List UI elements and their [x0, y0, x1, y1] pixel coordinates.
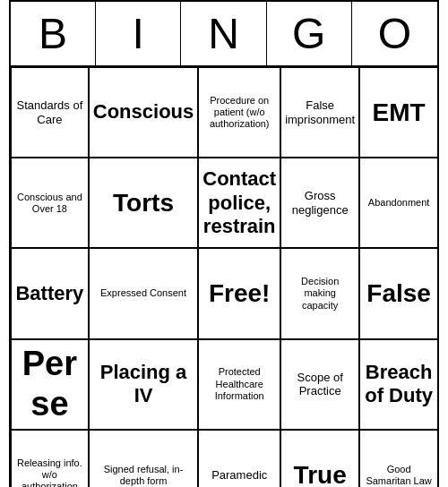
bingo-cell-2[interactable]: Procedure on patient (w/o authorization) — [198, 67, 280, 158]
cell-text-24: Good Samaritan Law — [364, 464, 434, 487]
bingo-cell-4[interactable]: EMT — [359, 67, 437, 158]
bingo-cell-21[interactable]: Signed refusal, in-depth form — [89, 430, 198, 487]
cell-text-5: Conscious and Over 18 — [15, 192, 84, 215]
bingo-cell-18[interactable]: Scope of Practice — [280, 339, 359, 430]
cell-text-11: Expressed Consent — [100, 287, 186, 299]
cell-text-4: EMT — [373, 98, 426, 128]
bingo-cell-16[interactable]: Placing a IV — [89, 339, 198, 430]
cell-text-13: Decision making capacity — [285, 276, 355, 312]
cell-text-20: Releasing info. w/o authorization — [15, 457, 84, 487]
bingo-letter-i: I — [96, 2, 181, 65]
cell-text-0: Standards of Care — [15, 98, 84, 126]
bingo-cell-15[interactable]: Per se — [11, 339, 89, 430]
cell-text-9: Abandonment — [368, 197, 430, 209]
cell-text-16: Placing a IV — [93, 361, 194, 408]
bingo-cell-13[interactable]: Decision making capacity — [280, 248, 359, 338]
cell-text-6: Torts — [113, 188, 174, 218]
cell-text-23: True — [294, 460, 347, 487]
cell-text-19: Breach of Duty — [364, 361, 434, 408]
cell-text-18: Scope of Practice — [285, 371, 355, 398]
cell-text-7: Contact police, restrain — [202, 167, 276, 238]
cell-text-21: Signed refusal, in-depth form — [93, 464, 194, 487]
bingo-cell-9[interactable]: Abandonment — [359, 158, 437, 248]
bingo-card: BINGO Standards of CareConsciousProcedur… — [9, 0, 439, 487]
bingo-cell-12[interactable]: Free! — [198, 248, 280, 338]
bingo-cell-5[interactable]: Conscious and Over 18 — [11, 158, 89, 248]
bingo-letter-n: N — [181, 2, 266, 65]
bingo-cell-8[interactable]: Gross negligence — [280, 158, 359, 248]
bingo-cell-24[interactable]: Good Samaritan Law — [359, 430, 437, 487]
cell-text-15: Per se — [15, 344, 84, 425]
bingo-cell-6[interactable]: Torts — [89, 158, 198, 248]
cell-text-2: Procedure on patient (w/o authorization) — [202, 95, 276, 131]
bingo-letter-o: O — [352, 2, 437, 65]
cell-text-12: Free! — [209, 278, 270, 309]
cell-text-22: Paramedic — [211, 468, 267, 483]
bingo-header: BINGO — [11, 2, 437, 67]
cell-text-10: Battery — [15, 282, 83, 305]
bingo-cell-1[interactable]: Conscious — [89, 67, 198, 158]
bingo-cell-22[interactable]: Paramedic — [198, 430, 280, 487]
bingo-cell-7[interactable]: Contact police, restrain — [198, 158, 280, 248]
cell-text-17: Protected Healthcare Information — [202, 366, 276, 402]
bingo-cell-0[interactable]: Standards of Care — [11, 67, 89, 158]
bingo-cell-10[interactable]: Battery — [11, 248, 89, 338]
cell-text-3: False imprisonment — [285, 98, 355, 126]
bingo-grid: Standards of CareConsciousProcedure on p… — [11, 67, 437, 487]
bingo-cell-17[interactable]: Protected Healthcare Information — [198, 339, 280, 430]
bingo-cell-20[interactable]: Releasing info. w/o authorization — [11, 430, 89, 487]
cell-text-14: False — [366, 278, 431, 309]
bingo-cell-23[interactable]: True — [280, 430, 359, 487]
bingo-letter-g: G — [267, 2, 352, 65]
cell-text-1: Conscious — [93, 100, 194, 124]
cell-text-8: Gross negligence — [285, 189, 355, 217]
bingo-cell-19[interactable]: Breach of Duty — [359, 339, 437, 430]
bingo-cell-11[interactable]: Expressed Consent — [89, 248, 198, 338]
bingo-cell-3[interactable]: False imprisonment — [280, 67, 359, 158]
bingo-cell-14[interactable]: False — [359, 248, 437, 338]
bingo-letter-b: B — [11, 2, 96, 65]
